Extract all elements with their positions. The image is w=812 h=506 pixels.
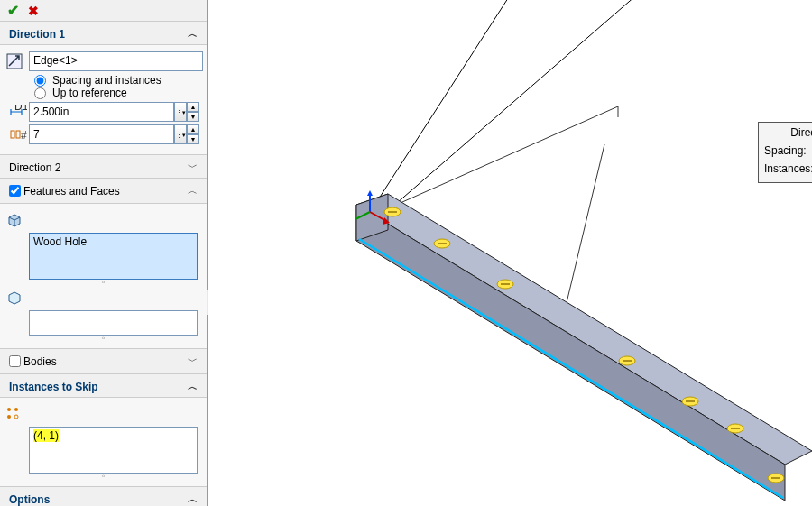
spacing-dropdown[interactable]: ⋮▾ xyxy=(174,102,187,122)
direction1-body: Edge<1> Spacing and instances Up to refe… xyxy=(0,45,207,155)
resize-handle-icon[interactable]: ◦ xyxy=(4,474,203,479)
graphics-viewport[interactable]: Direction 1 Spacing: ▲ ▼ Instances: ▲ ▼ xyxy=(208,0,812,506)
chevron-up-icon: ︿ xyxy=(188,27,198,41)
features-faces-title: Features and Faces xyxy=(23,185,120,198)
instances-skip-body: (4, 1) ◦ xyxy=(0,398,207,487)
direction2-header[interactable]: Direction 2 ﹀ xyxy=(0,155,207,179)
direction1-title: Direction 1 xyxy=(9,28,65,41)
svg-line-11 xyxy=(386,106,618,209)
instances-input[interactable] xyxy=(29,124,174,144)
chevron-down-icon: ﹀ xyxy=(188,161,198,174)
spacing-instances-label: Spacing and instances xyxy=(52,74,161,87)
bodies-checkbox[interactable] xyxy=(9,355,21,367)
svg-line-10 xyxy=(397,0,636,203)
model-geometry xyxy=(208,0,812,506)
callout-spacing-label: Spacing: xyxy=(764,144,807,157)
spacing-input[interactable] xyxy=(29,102,174,122)
svg-point-6 xyxy=(14,408,18,411)
svg-rect-2 xyxy=(11,131,14,138)
spacing-increment[interactable]: ▲ xyxy=(187,102,199,112)
svg-line-18 xyxy=(359,239,783,498)
spacing-dim-icon: D1 xyxy=(7,102,29,122)
cancel-button[interactable]: ✖ xyxy=(28,4,39,18)
resize-handle-icon[interactable]: ◦ xyxy=(4,336,203,341)
svg-point-5 xyxy=(7,408,11,411)
instances-decrement[interactable]: ▼ xyxy=(187,134,199,144)
instance-count-icon: # xyxy=(7,124,29,144)
confirm-bar: ✔ ✖ xyxy=(0,0,207,22)
direction1-header[interactable]: Direction 1 ︿ xyxy=(0,22,207,45)
feature-item[interactable]: Wood Hole xyxy=(33,235,193,248)
instances-skip-header[interactable]: Instances to Skip ︿ xyxy=(0,374,207,398)
instances-increment[interactable]: ▲ xyxy=(187,124,199,134)
reference-mode-row: Up to reference xyxy=(34,87,203,99)
up-to-reference-radio[interactable] xyxy=(34,87,46,99)
up-to-reference-label: Up to reference xyxy=(52,87,127,99)
spacing-decrement[interactable]: ▼ xyxy=(187,112,199,122)
features-faces-checkbox[interactable] xyxy=(9,185,21,197)
svg-text:#: # xyxy=(21,129,27,142)
options-header[interactable]: Options ︿ xyxy=(0,487,207,506)
chevron-up-icon: ︿ xyxy=(188,380,198,393)
instances-skip-title: Instances to Skip xyxy=(9,381,98,393)
direction2-title: Direction 2 xyxy=(9,161,60,174)
svg-marker-20 xyxy=(367,190,373,196)
callout-instances-label: Instances: xyxy=(764,162,812,175)
svg-point-7 xyxy=(7,415,11,419)
ok-button[interactable]: ✔ xyxy=(7,2,19,19)
skip-item[interactable]: (4, 1) xyxy=(33,429,59,442)
face-icon xyxy=(4,288,25,308)
faces-listbox[interactable] xyxy=(29,310,198,336)
svg-line-9 xyxy=(379,0,510,198)
chevron-down-icon: ﹀ xyxy=(188,354,198,368)
svg-marker-15 xyxy=(356,194,812,465)
skip-listbox[interactable]: (4, 1) xyxy=(29,427,198,474)
features-listbox[interactable]: Wood Hole xyxy=(29,233,198,280)
chevron-up-icon: ︿ xyxy=(188,184,198,198)
feature-icon xyxy=(4,210,25,230)
svg-marker-16 xyxy=(356,205,785,501)
chevron-up-icon: ︿ xyxy=(188,492,198,506)
property-manager-panel: ✔ ✖ Direction 1 ︿ Edge<1> Spacing and in… xyxy=(0,0,208,506)
spacing-mode-row: Spacing and instances xyxy=(34,74,203,87)
instances-dropdown[interactable]: ⋮▾ xyxy=(174,124,187,144)
features-body: Wood Hole ◦ ◦ xyxy=(0,204,207,349)
direction-edge-field[interactable]: Edge<1> xyxy=(29,51,203,71)
reverse-direction-icon[interactable] xyxy=(4,51,25,71)
options-title: Options xyxy=(9,493,50,506)
svg-text:D1: D1 xyxy=(14,105,27,113)
bodies-header[interactable]: Bodies ﹀ xyxy=(0,349,207,374)
direction1-callout[interactable]: Direction 1 Spacing: ▲ ▼ Instances: ▲ ▼ xyxy=(758,122,812,183)
resize-handle-icon[interactable]: ◦ xyxy=(4,280,203,285)
skip-icon xyxy=(4,404,25,424)
features-faces-header[interactable]: Features and Faces ︿ xyxy=(0,179,207,204)
svg-point-8 xyxy=(14,415,18,419)
svg-rect-3 xyxy=(16,131,20,138)
callout-title: Direction 1 xyxy=(764,126,812,139)
bodies-label: Bodies xyxy=(23,355,57,368)
spacing-instances-radio[interactable] xyxy=(34,75,46,87)
